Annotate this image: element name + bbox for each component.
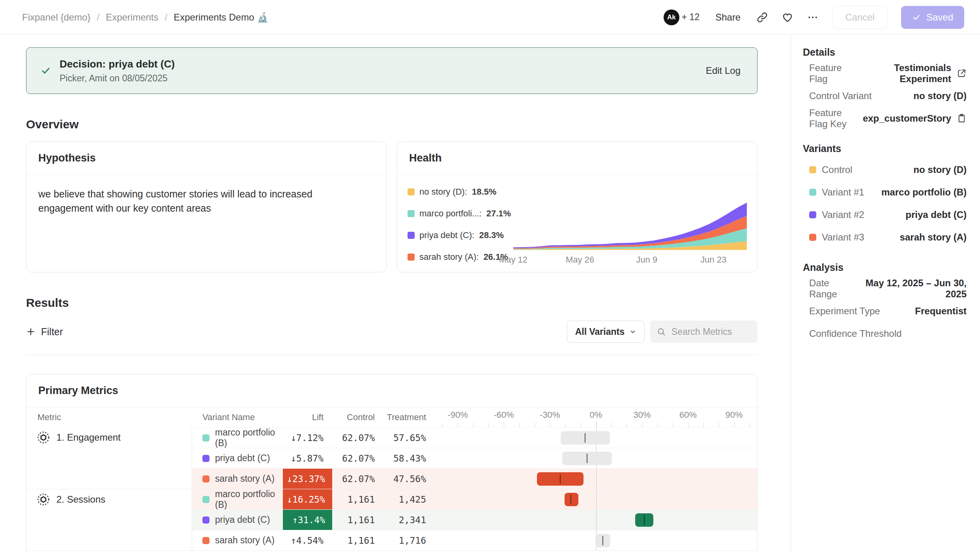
plus-icon (26, 327, 36, 336)
breadcrumb-item[interactable]: Fixpanel {demo} (22, 12, 90, 23)
lift-badge: ↓16.25% (283, 489, 332, 509)
decision-title: Decision: priya debt (C) (60, 58, 175, 70)
metric-row-values: priya debt (C)↑31.4%1,1612,341 (192, 509, 757, 530)
health-legend: no story (D): 18.5%marco portfoli...: 27… (408, 180, 513, 272)
axis-tick (734, 422, 735, 427)
metrics-table: MetricVariant NameLiftControlTreatment-9… (26, 407, 757, 550)
sidebar-row: Date RangeMay 12, 2025 – Jun 30, 2025 (803, 277, 967, 300)
copy-link-icon[interactable] (756, 11, 768, 23)
app-root: Fixpanel {demo}/Experiments/Experiments … (0, 0, 980, 552)
variant-name-cell: priya debt (C) (192, 510, 283, 530)
variant-name-label: priya debt (C) (215, 453, 270, 464)
sidebar-row: Variant #1marco portfolio (B) (803, 181, 967, 203)
confidence-interval-cell (435, 489, 757, 509)
sidebar-label-text: Confidence Threshold (809, 328, 901, 339)
sidebar-row-label: Control Variant (809, 90, 872, 101)
results-heading: Results (26, 296, 757, 310)
variants-dropdown[interactable]: All Variants (567, 321, 645, 343)
sidebar-row-value: priya debt (C) (905, 209, 967, 220)
right-sidebar: DetailsFeature FlagTestimonials Experime… (791, 35, 980, 552)
axis-tick (550, 422, 550, 427)
variant-name-label: sarah story (A) (215, 535, 275, 546)
more-options-icon[interactable] (807, 11, 819, 23)
variant-swatch-icon (202, 434, 209, 441)
sidebar-row-label: Feature Flag (809, 62, 855, 84)
external-link-icon[interactable] (957, 68, 967, 78)
sidebar-row-value: Testimonials Experiment (855, 62, 951, 84)
sidebar-row-value: sarah story (A) (900, 232, 967, 243)
primary-metrics-card: Primary Metrics MetricVariant NameLiftCo… (26, 374, 757, 552)
metric-target-icon (37, 431, 50, 444)
metric-row-values: sarah story (A)↓23.37%62.07%47.56% (192, 468, 757, 489)
lift-marker (560, 474, 561, 484)
divider (26, 355, 757, 355)
lift-marker (570, 495, 571, 504)
legend-label: marco portfoli...: (419, 208, 482, 219)
share-button[interactable]: Share (713, 11, 743, 23)
add-filter-button[interactable]: Filter (26, 326, 63, 338)
add-metric-button[interactable]: Add (26, 550, 757, 552)
confidence-interval-cell (435, 469, 757, 489)
axis-tick (488, 422, 489, 427)
control-value-cell: 1,161 (332, 510, 383, 530)
metric-row[interactable]: priya debt (C)↑31.4%1,1612,341 (26, 509, 757, 530)
metric-row[interactable]: sarah story (A)↓23.37%62.07%47.56% (26, 468, 757, 489)
metric-row[interactable]: priya debt (C)↓5.87%62.07%58.43% (26, 448, 757, 468)
sidebar-label-text: Experiment Type (809, 306, 880, 317)
cancel-button[interactable]: Cancel (832, 6, 888, 29)
variant-swatch-icon (809, 166, 816, 173)
metric-row[interactable]: 1. Engagementmarco portfolio (B)↓7.12%62… (26, 427, 757, 448)
metric-row[interactable]: sarah story (A)↑4.54%1,1611,716 (26, 530, 757, 550)
legend-item: sarah story (A): 26.1% (408, 252, 513, 262)
avatar-overflow-count[interactable]: + 12 (682, 12, 699, 23)
variant-swatch-icon (809, 234, 816, 241)
legend-value: 28.3% (479, 230, 503, 240)
sidebar-section-variants: VariantsControlno story (D)Variant #1mar… (803, 143, 967, 248)
sidebar-label-text: Control Variant (809, 90, 872, 101)
search-metrics-box (650, 321, 757, 343)
breadcrumb-item[interactable]: Experiments Demo 🔬 (174, 12, 269, 23)
zero-axis-line (596, 469, 597, 489)
sidebar-row-value: exp_customerStory (863, 113, 951, 124)
sidebar-row: Experiment TypeFrequentist (803, 300, 967, 322)
hypothesis-body: we believe that showing customer stories… (26, 175, 374, 227)
filter-label: Filter (41, 326, 63, 338)
sidebar-label-text: Feature Flag Key (809, 107, 863, 130)
variant-name-cell: marco portfolio (B) (192, 489, 283, 509)
variant-name-label: marco portfolio (B) (215, 489, 283, 510)
search-metrics-input[interactable] (671, 326, 751, 338)
favorite-heart-icon[interactable] (782, 11, 793, 23)
legend-item: marco portfoli...: 27.1% (408, 208, 513, 219)
breadcrumb-item[interactable]: Experiments (106, 12, 158, 23)
breadcrumb-separator: / (97, 12, 99, 23)
clipboard-icon[interactable] (957, 113, 967, 123)
axis-tick (673, 422, 673, 427)
hypothesis-card: Hypothesis we believe that showing custo… (26, 141, 387, 272)
axis-tick (596, 421, 597, 427)
sidebar-row-label: Variant #3 (809, 232, 864, 243)
control-value-cell: 62.07% (332, 469, 383, 489)
sidebar-row: Controlno story (D) (803, 158, 967, 181)
treatment-value-cell: 47.56% (383, 469, 435, 489)
axis-tick (581, 422, 581, 427)
primary-metrics-title: Primary Metrics (26, 374, 757, 407)
edit-log-button[interactable]: Edit Log (703, 65, 743, 77)
axis-tick (703, 422, 704, 427)
axis-tick (442, 422, 443, 427)
metric-row[interactable]: 2. Sessionsmarco portfolio (B)↓16.25%1,1… (26, 489, 757, 509)
axis-tick (627, 422, 627, 427)
avatar-group: Ak + 12 (664, 9, 699, 25)
topbar: Fixpanel {demo}/Experiments/Experiments … (0, 0, 980, 35)
saved-button[interactable]: Saved (901, 6, 964, 29)
metric-row-values: priya debt (C)↓5.87%62.07%58.43% (192, 448, 757, 468)
lift-marker (585, 433, 585, 443)
legend-swatch-icon (408, 188, 415, 195)
avatar[interactable]: Ak (664, 9, 679, 25)
lift-badge: ↓23.37% (283, 469, 332, 489)
sidebar-section-analysis: AnalysisDate RangeMay 12, 2025 – Jun 30,… (803, 262, 967, 345)
column-header: Treatment (383, 407, 435, 427)
breadcrumb-separator: / (165, 12, 168, 23)
axis-tick (565, 422, 566, 427)
metric-name-cell (26, 509, 192, 530)
topbar-actions: Ak + 12 Share Cancel Saved (664, 6, 964, 29)
